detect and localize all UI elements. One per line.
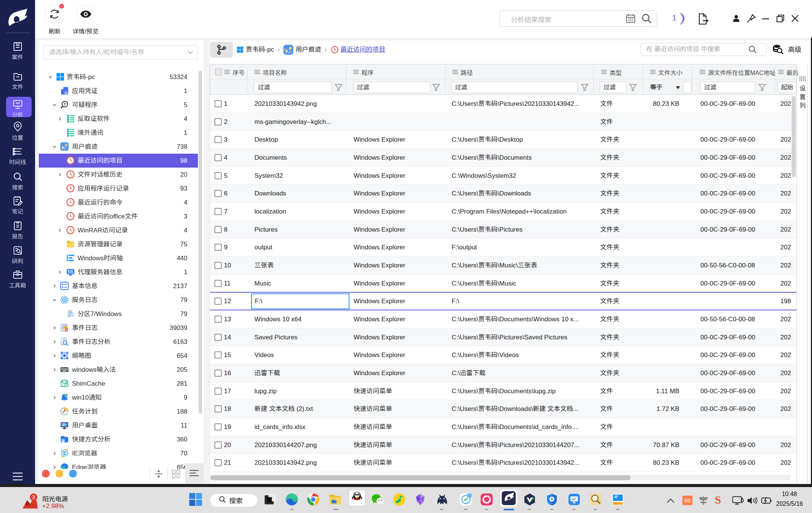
svg-text:EV: EV	[467, 494, 471, 497]
svg-text:3: 3	[32, 494, 35, 500]
